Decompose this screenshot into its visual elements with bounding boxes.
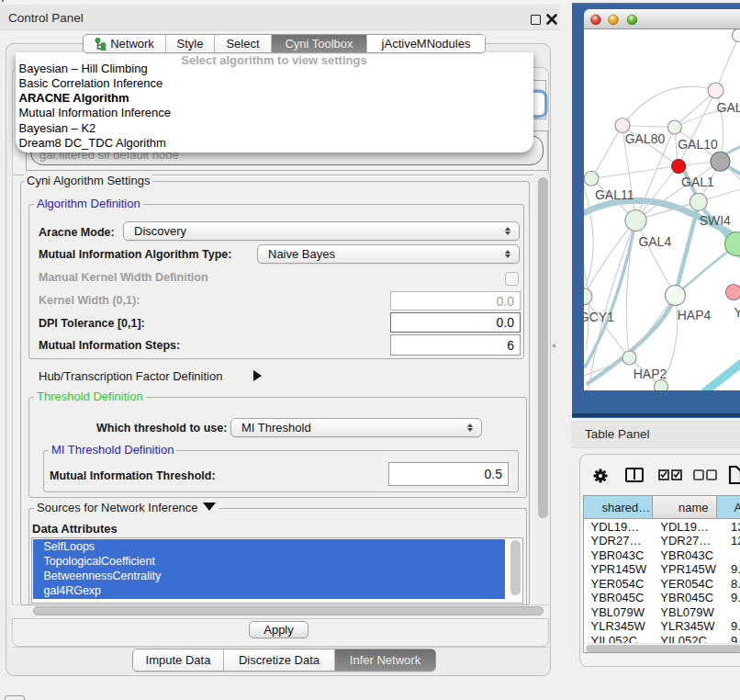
svg-text:Y: Y bbox=[734, 304, 740, 319]
svg-text:GAL4: GAL4 bbox=[638, 234, 671, 249]
svg-text:HAP4: HAP4 bbox=[677, 307, 711, 322]
svg-text:GCY1: GCY1 bbox=[584, 310, 614, 324]
svg-text:GAL1: GAL1 bbox=[681, 175, 714, 189]
svg-text:GAL11: GAL11 bbox=[594, 186, 633, 201]
svg-text:GAL7: GAL7 bbox=[716, 99, 740, 114]
svg-text:GAL80: GAL80 bbox=[624, 131, 665, 146]
svg-text:SWI4: SWI4 bbox=[699, 213, 730, 228]
svg-text:GAL10: GAL10 bbox=[678, 137, 718, 152]
svg-text:HAP2: HAP2 bbox=[633, 366, 667, 380]
